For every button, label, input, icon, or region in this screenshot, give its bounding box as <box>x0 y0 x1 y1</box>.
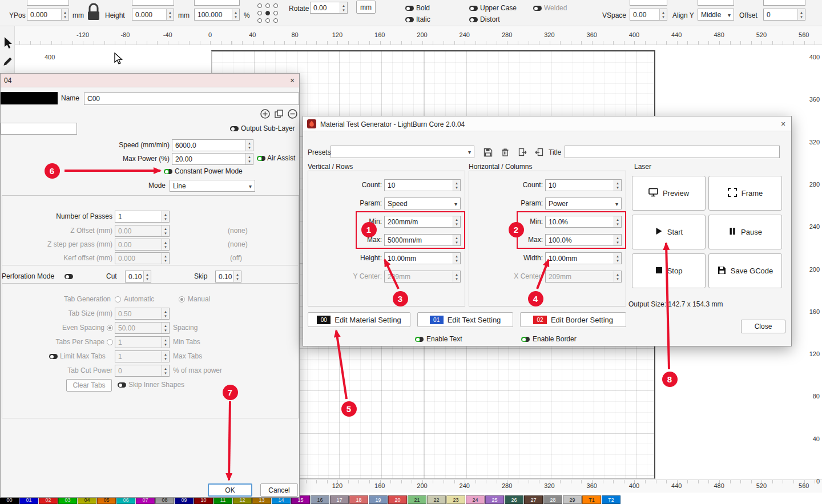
palette-swatch-25[interactable]: 25 <box>485 495 504 504</box>
mtg-titlebar[interactable]: Material Test Generator - LightBurn Core… <box>303 116 791 131</box>
palette-swatch-28[interactable]: 28 <box>543 495 562 504</box>
max-tabs-label: Max Tabs <box>173 352 202 360</box>
skip-inner-shapes-toggle[interactable] <box>118 382 126 388</box>
tabs-per-shape-input[interactable]: 1 <box>115 336 170 348</box>
z-offset-label: Z Offset (mm) <box>6 227 112 235</box>
palette-swatch-29[interactable]: 29 <box>563 495 582 504</box>
enable-border-toggle[interactable] <box>521 337 530 342</box>
h-max-input[interactable]: 100.0% <box>545 234 622 246</box>
palette-swatch-26[interactable]: 26 <box>505 495 523 504</box>
frame-button[interactable]: Frame <box>708 176 782 211</box>
skip-inner-shapes-label: Skip Inner Shapes <box>128 381 184 389</box>
v-count-label: Count: <box>311 181 382 189</box>
z-step-label: Z step per pass (mm) <box>6 240 112 248</box>
close-icon[interactable]: × <box>287 75 298 86</box>
close-button[interactable]: Close <box>741 320 785 333</box>
tabs-per-shape-radio[interactable] <box>107 339 113 345</box>
limit-max-tabs-toggle[interactable] <box>49 354 58 359</box>
title-label: Title <box>549 148 561 156</box>
even-spacing-label: Even Spacing <box>6 324 104 332</box>
tab-generation-automatic-radio[interactable] <box>115 296 121 303</box>
constant-power-mode-toggle[interactable] <box>164 169 172 174</box>
edit-border-setting-label: Edit Border Setting <box>551 316 613 324</box>
sublayer-name-input[interactable] <box>1 123 77 135</box>
duplicate-sublayer-icon[interactable] <box>273 108 284 119</box>
palette-swatch-19[interactable]: 19 <box>369 495 388 504</box>
clear-tabs-button[interactable]: Clear Tabs <box>66 379 112 392</box>
palette-swatch-27[interactable]: 27 <box>524 495 543 504</box>
palette-swatch-22[interactable]: 22 <box>427 495 446 504</box>
ok-button[interactable]: OK <box>208 483 252 497</box>
pause-button[interactable]: Pause <box>708 215 782 249</box>
v-param-dropdown[interactable]: Speed <box>384 197 461 209</box>
palette-swatch-16[interactable]: 16 <box>311 495 329 504</box>
layer-color-swatch[interactable] <box>1 92 58 104</box>
edit-border-setting-button[interactable]: 02 Edit Border Setting <box>520 312 626 327</box>
tab-cut-power-input[interactable]: 0 <box>115 365 170 377</box>
cancel-button[interactable]: Cancel <box>260 483 298 497</box>
preview-button[interactable]: Preview <box>632 176 706 211</box>
manual-label: Manual <box>188 295 210 303</box>
h-param-dropdown[interactable]: Power <box>545 197 622 209</box>
pct-of-max-power-label: % of max power <box>173 366 222 374</box>
title-input[interactable] <box>565 146 780 158</box>
h-count-input[interactable]: 10 <box>545 179 622 191</box>
kerf-offset-input[interactable]: 0.000 <box>115 252 170 264</box>
even-spacing-radio[interactable] <box>107 325 113 331</box>
y-center-input[interactable]: 209mm <box>384 271 461 283</box>
edit-material-setting-button[interactable]: 00 Edit Material Setting <box>308 312 410 327</box>
z-step-input[interactable]: 0.00 <box>115 239 170 251</box>
z-offset-input[interactable]: 0.00 <box>115 225 170 237</box>
save-preset-icon[interactable] <box>481 146 495 159</box>
palette-swatch-24[interactable]: 24 <box>466 495 485 504</box>
enable-text-label: Enable Text <box>426 335 462 343</box>
cut-length-input[interactable]: 0.10 <box>125 271 151 283</box>
skip-label: Skip <box>194 272 207 280</box>
output-size-text: Output Size: 142.7 x 154.3 mm <box>628 300 723 308</box>
output-sub-layer-toggle[interactable] <box>230 126 239 131</box>
perforation-mode-toggle[interactable] <box>65 274 73 279</box>
v-min-input[interactable]: 200mm/m <box>384 216 461 228</box>
h-width-input[interactable]: 10.00mm <box>545 252 622 264</box>
mode-dropdown[interactable]: Line <box>170 180 255 192</box>
presets-dropdown[interactable] <box>331 146 474 158</box>
number-of-passes-input[interactable]: 1 <box>115 211 170 223</box>
start-button-label: Start <box>667 228 683 236</box>
close-icon[interactable]: × <box>777 118 789 130</box>
even-spacing-input[interactable]: 50.00 <box>115 322 170 334</box>
palette-swatch-T2[interactable]: T2 <box>602 495 620 504</box>
tab-generation-manual-radio[interactable] <box>179 296 185 303</box>
palette-swatch-T1[interactable]: T1 <box>582 495 601 504</box>
max-power-input[interactable]: 20.00 <box>172 153 253 165</box>
export-preset-icon[interactable] <box>515 146 529 159</box>
max-power-label: Max Power (%) <box>86 155 170 163</box>
x-center-input[interactable]: 209mm <box>545 271 622 283</box>
speed-input[interactable]: 6000.0 <box>172 139 253 151</box>
cut-settings-titlebar[interactable]: 04 × <box>1 74 299 87</box>
save-gcode-button[interactable]: Save GCode <box>708 253 782 288</box>
h-count-label: Count: <box>472 181 543 189</box>
start-button[interactable]: Start <box>632 215 706 249</box>
edit-text-setting-button[interactable]: 01 Edit Text Setting <box>417 312 513 327</box>
palette-swatch-20[interactable]: 20 <box>388 495 407 504</box>
tab-size-input[interactable]: 0.50 <box>115 308 170 320</box>
name-input[interactable]: C00 <box>84 92 299 105</box>
palette-swatch-21[interactable]: 21 <box>408 495 426 504</box>
h-min-input[interactable]: 10.0% <box>545 216 622 228</box>
remove-sublayer-icon[interactable] <box>287 108 298 119</box>
enable-text-toggle[interactable] <box>415 337 424 342</box>
skip-length-input[interactable]: 0.10 <box>215 271 241 283</box>
constant-power-mode-label: Constant Power Mode <box>175 167 243 175</box>
add-sublayer-icon[interactable] <box>259 108 271 119</box>
air-assist-toggle[interactable] <box>257 156 265 161</box>
v-max-input[interactable]: 5000mm/m <box>384 234 461 246</box>
stop-button[interactable]: Stop <box>632 253 706 288</box>
palette-swatch-23[interactable]: 23 <box>446 495 465 504</box>
limit-max-tabs-input[interactable]: 1 <box>115 350 170 362</box>
palette-swatch-18[interactable]: 18 <box>349 495 368 504</box>
v-height-input[interactable]: 10.00mm <box>384 252 461 264</box>
v-count-input[interactable]: 10 <box>384 179 461 191</box>
palette-swatch-17[interactable]: 17 <box>330 495 349 504</box>
delete-preset-icon[interactable] <box>498 146 512 159</box>
import-preset-icon[interactable] <box>533 146 546 159</box>
